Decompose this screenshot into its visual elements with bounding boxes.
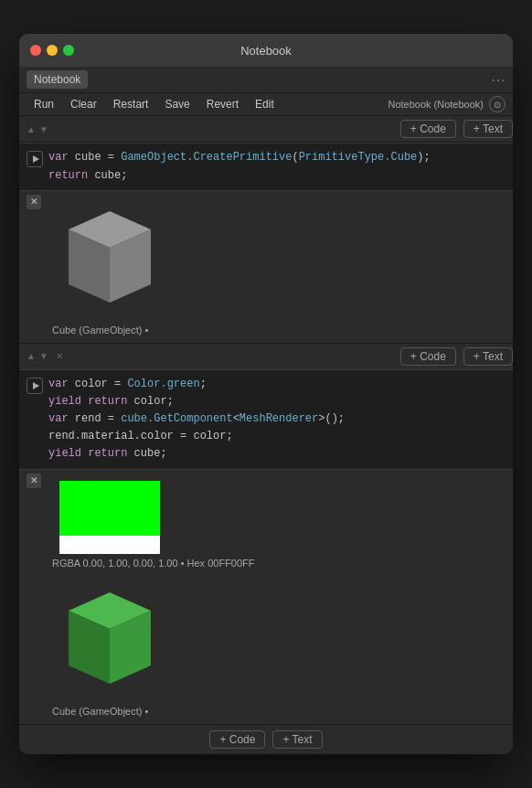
run-cell-2-button[interactable]: [27, 378, 43, 394]
settings-button[interactable]: ⊙: [489, 96, 505, 112]
color-info-label: RGBA 0.00, 1.00, 0.00, 1.00 • Hex 00FF00…: [52, 558, 502, 569]
output-cell-1: ✕ Cube (GameObject) •: [19, 191, 513, 343]
run-cell-1-button[interactable]: [27, 151, 43, 167]
output-cell-2a: ✕ RGBA 0.00, 1.00, 0.00, 1.00 • Hex 00FF…: [19, 470, 513, 576]
top-add-bar: ▲ ▼ + Code + Text: [19, 116, 513, 143]
notebook-file-label: Notebook (Notebook): [388, 99, 484, 110]
revert-button[interactable]: Revert: [199, 95, 246, 113]
code-cell-2: var color = Color.green; yield return co…: [19, 369, 513, 470]
traffic-lights: [30, 45, 74, 56]
tab-bar: Notebook ⋯: [19, 67, 513, 93]
output-1-close-button[interactable]: ✕: [27, 195, 41, 209]
output-1-label: Cube (GameObject) •: [52, 325, 502, 335]
maximize-button[interactable]: [63, 45, 74, 56]
save-button[interactable]: Save: [157, 95, 197, 113]
restart-button[interactable]: Restart: [106, 95, 156, 113]
minimize-button[interactable]: [47, 45, 58, 56]
code-cell-1-content[interactable]: var cube = GameObject.CreatePrimitive(Pr…: [48, 149, 505, 184]
mid-add-bar: ▲ ▼ ✕ + Code + Text: [19, 343, 513, 369]
gray-cube-image: [59, 202, 502, 321]
play-2-icon: [33, 382, 39, 389]
down-arrow-icon[interactable]: ▼: [39, 124, 48, 134]
run-button[interactable]: Run: [27, 95, 61, 113]
code-line-1: var cube = GameObject.CreatePrimitive(Pr…: [48, 151, 431, 164]
up-arrow-2-icon[interactable]: ▲: [27, 351, 36, 361]
tab-notebook[interactable]: Notebook: [27, 70, 88, 89]
code-cell-2-content[interactable]: var color = Color.green; yield return co…: [48, 376, 505, 463]
green-cube-image: [59, 583, 502, 702]
code2-line-4: rend.material.color = color;: [48, 430, 233, 442]
more-tabs-button[interactable]: ⋯: [491, 71, 505, 89]
clear-button[interactable]: Clear: [63, 95, 104, 113]
output-cell-2b: Cube (GameObject) •: [19, 576, 513, 724]
window-title: Notebook: [240, 44, 292, 58]
output-2a-close-button[interactable]: ✕: [27, 474, 41, 488]
code-line-2: return cube;: [48, 169, 127, 182]
add-code-button[interactable]: + Code: [400, 120, 456, 138]
close-button[interactable]: [30, 45, 41, 56]
code2-line-2: yield return color;: [48, 395, 174, 408]
white-color-block: [59, 536, 160, 554]
add-code-2-button[interactable]: + Code: [400, 347, 456, 366]
green-color-block: [59, 481, 160, 536]
play-icon: [33, 155, 39, 163]
code2-line-3: var rend = cube.GetComponent<MeshRendere…: [48, 412, 345, 425]
code-cell-1: var cube = GameObject.CreatePrimitive(Pr…: [19, 143, 513, 190]
code2-line-1: var color = Color.green;: [48, 378, 207, 390]
close-cell-2-icon[interactable]: ✕: [56, 351, 63, 361]
add-text-button-mid[interactable]: + Text: [463, 347, 513, 366]
add-code-3-button[interactable]: + Code: [209, 730, 265, 749]
add-text-button-top[interactable]: + Text: [463, 120, 513, 138]
menu-bar: Run Clear Restart Save Revert Edit Noteb…: [19, 93, 513, 116]
add-text-button-bottom[interactable]: + Text: [272, 730, 322, 749]
bottom-add-bar: + Code + Text: [19, 724, 513, 754]
up-arrow-icon[interactable]: ▲: [27, 124, 36, 134]
notebook-content: var cube = GameObject.CreatePrimitive(Pr…: [19, 143, 513, 753]
color-preview: [59, 481, 502, 554]
notebook-window: Notebook Notebook ⋯ Run Clear Restart Sa…: [19, 34, 513, 753]
output-2b-label: Cube (GameObject) •: [52, 706, 502, 717]
title-bar: Notebook: [19, 34, 513, 67]
code2-line-5: yield return cube;: [48, 447, 167, 460]
down-arrow-2-icon[interactable]: ▼: [39, 351, 48, 361]
edit-button[interactable]: Edit: [248, 95, 282, 113]
